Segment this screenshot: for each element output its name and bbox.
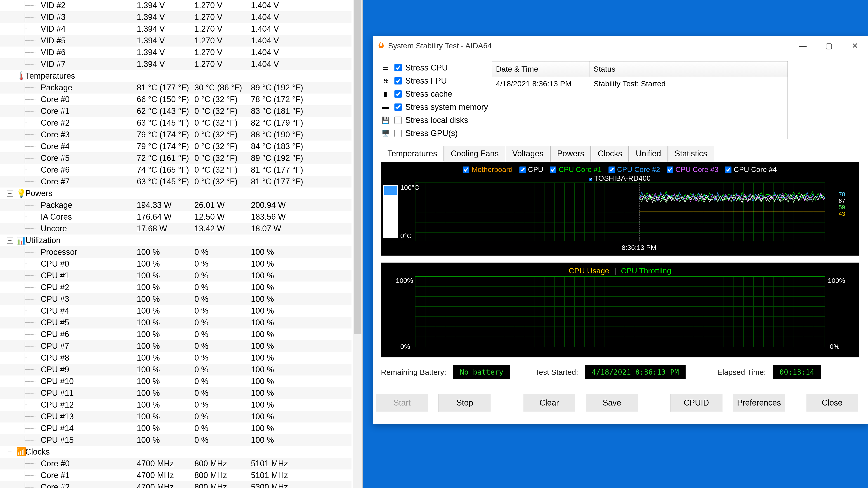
legend-item[interactable]: TOSHIBA-RD400 — [589, 174, 651, 182]
legend-item[interactable]: CPU Core #1 — [550, 165, 601, 174]
stress-label: Stress FPU — [405, 76, 447, 86]
start-button[interactable]: Start — [376, 394, 428, 412]
throttle-label: CPU Throttling — [621, 266, 671, 275]
legend-checkbox[interactable] — [589, 178, 592, 181]
stress-label: Stress GPU(s) — [405, 129, 458, 138]
log-header-date: Date & Time — [492, 61, 590, 76]
started-label: Test Started: — [535, 368, 578, 377]
app-icon — [377, 41, 385, 51]
tree-twig-icon: ├┈┈ — [23, 213, 35, 221]
legend-item[interactable]: CPU — [520, 165, 544, 174]
tree-twig-icon: ├┈┈ — [23, 306, 35, 315]
tab-voltages[interactable]: Voltages — [506, 146, 550, 162]
sensor-name: Core #2 — [41, 482, 70, 488]
sensor-min: 26.01 W — [194, 200, 225, 210]
legend-checkbox[interactable] — [463, 166, 469, 173]
clear-button[interactable]: Clear — [523, 394, 575, 412]
save-button[interactable]: Save — [586, 394, 638, 412]
tab-temperatures[interactable]: Temperatures — [381, 146, 444, 162]
sensor-name: Core #5 — [41, 153, 70, 163]
stress-checkbox[interactable] — [395, 117, 402, 124]
preferences-button[interactable]: Preferences — [733, 394, 785, 412]
stress-checkbox[interactable] — [395, 130, 402, 137]
started-value: 4/18/2021 8:36:13 PM — [585, 365, 686, 379]
legend-checkbox[interactable] — [609, 166, 615, 173]
sensor-min: 0 % — [194, 318, 209, 327]
tree-twig-icon: ├┈┈ — [23, 259, 35, 268]
window-maximize-button[interactable]: ▢ — [816, 36, 842, 55]
tab-unified[interactable]: Unified — [629, 146, 668, 162]
tree-group-clocks[interactable]: −📶Clocks — [0, 446, 351, 458]
sensor-min: 0 °C (32 °F) — [194, 106, 238, 116]
sensor-current: 1.394 V — [137, 36, 165, 45]
cpuid-button[interactable]: CPUID — [670, 394, 722, 412]
sensor-min: 0 % — [194, 306, 209, 316]
sensor-name: CPU #2 — [41, 283, 69, 292]
stress-checkbox[interactable] — [395, 90, 402, 98]
legend-checkbox[interactable] — [550, 166, 556, 173]
legend-checkbox[interactable] — [725, 166, 732, 173]
legend-item[interactable]: CPU Core #3 — [667, 165, 718, 174]
sensor-row: ├┈┈CPU #12100 %0 %100 % — [0, 399, 351, 411]
tree-twig-icon: ├┈┈ — [23, 330, 35, 339]
tree-twig-icon: ├┈┈ — [23, 377, 35, 386]
sensor-max: 78 °C (172 °F) — [251, 95, 303, 104]
log-date: 4/18/2021 8:36:13 PM — [492, 76, 590, 91]
sensor-max: 5101 MHz — [251, 470, 288, 480]
sensor-min: 1.270 V — [194, 59, 222, 69]
tree-group-powers[interactable]: −💡Powers — [0, 188, 351, 199]
button-row: Start Stop Clear Save CPUID Preferences … — [376, 394, 862, 412]
tree-group-utilization[interactable]: −📊Utilization — [0, 234, 351, 246]
legend-item[interactable]: Motherboard — [463, 165, 513, 174]
tree-twig-icon: ├┈┈ — [23, 389, 35, 398]
legend-checkbox[interactable] — [520, 166, 526, 173]
tree-twig-icon: ├┈┈ — [23, 130, 35, 139]
tree-collapse-icon[interactable]: − — [7, 73, 13, 79]
legend-item[interactable]: CPU Core #4 — [725, 165, 777, 174]
tree-twig-icon: ├┈┈ — [23, 48, 35, 57]
stress-option: %Stress FPU — [381, 74, 488, 88]
tab-clocks[interactable]: Clocks — [591, 146, 629, 162]
window-minimize-button[interactable]: — — [790, 36, 816, 55]
window-close-button[interactable]: ✕ — [842, 36, 868, 55]
monitor-scrollbar-track[interactable] — [352, 0, 362, 488]
sensor-max: 100 % — [251, 318, 274, 327]
sensor-min: 800 MHz — [194, 482, 227, 488]
stress-checkbox[interactable] — [395, 103, 402, 111]
sensor-max: 100 % — [251, 377, 274, 386]
tree-collapse-icon[interactable]: − — [7, 237, 13, 243]
stop-button[interactable]: Stop — [438, 394, 491, 412]
tree-twig-icon: ├┈┈ — [23, 271, 35, 280]
sensor-name: CPU #11 — [41, 388, 74, 398]
tree-group-temperatures[interactable]: −🌡️Temperatures — [0, 70, 351, 82]
sensor-min: 0 % — [194, 294, 209, 304]
graph-scrollbar[interactable] — [383, 185, 398, 238]
stress-checkbox[interactable] — [395, 77, 402, 85]
close-button[interactable]: Close — [806, 394, 858, 412]
sensor-min: 0 % — [194, 388, 209, 398]
tab-cooling-fans[interactable]: Cooling Fans — [444, 146, 505, 162]
sensor-name: Processor — [41, 248, 77, 257]
stress-checkbox[interactable] — [395, 64, 402, 71]
sensor-max: 100 % — [251, 353, 274, 363]
sensor-name: CPU #12 — [41, 400, 74, 410]
legend-item[interactable]: CPU Core #2 — [609, 165, 660, 174]
tab-statistics[interactable]: Statistics — [668, 146, 714, 162]
tree-collapse-icon[interactable]: − — [7, 190, 13, 197]
temperature-graph: Motherboard CPU CPU Core #1 CPU Core #2 … — [381, 162, 859, 256]
sensor-row: ├┈┈Package194.33 W26.01 W200.94 W — [0, 199, 351, 211]
stress-option: ▬Stress system memory — [381, 101, 488, 113]
sensor-row: ├┈┈Core #479 °C (174 °F)0 °C (32 °F)84 °… — [0, 140, 351, 152]
sensor-max: 18.07 W — [251, 224, 281, 233]
sensor-name: CPU #8 — [41, 353, 69, 363]
tree-collapse-icon[interactable]: − — [7, 449, 13, 455]
log-status: Stability Test: Started — [590, 76, 787, 91]
sensor-current: 72 °C (161 °F) — [137, 153, 189, 163]
titlebar[interactable]: System Stability Test - AIDA64 — ▢ ✕ — [373, 36, 868, 55]
monitor-scrollbar-thumb[interactable] — [354, 0, 362, 334]
legend-checkbox[interactable] — [667, 166, 673, 173]
tab-powers[interactable]: Powers — [550, 146, 591, 162]
sensor-row: ├┈┈CPU #14100 %0 %100 % — [0, 422, 351, 434]
sensor-min: 0 % — [194, 412, 209, 421]
sensor-row: ├┈┈Core #04700 MHz800 MHz5101 MHz — [0, 458, 351, 469]
